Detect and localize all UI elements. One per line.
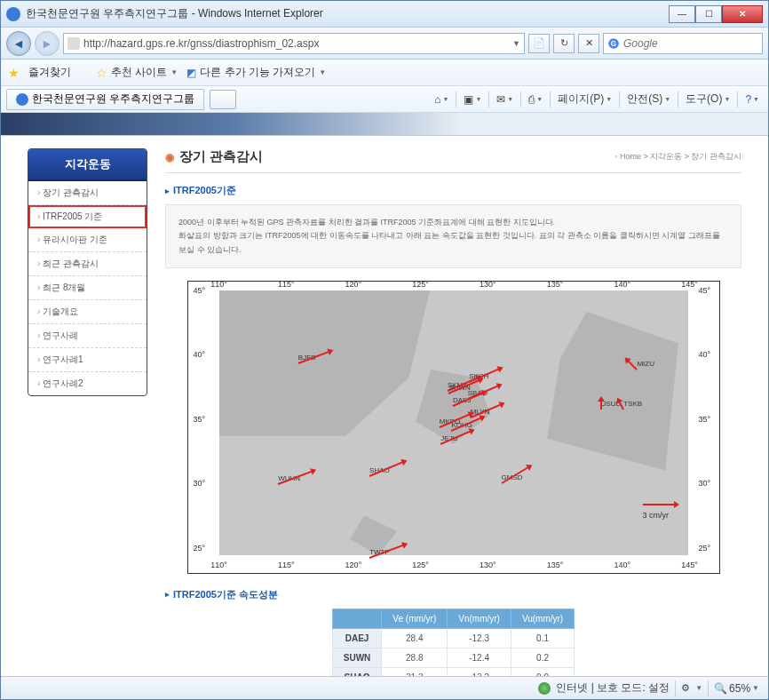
- table-header-cell: Vn(mm/yr): [448, 609, 511, 628]
- sidebar-item[interactable]: 연구사례: [28, 324, 147, 348]
- station-label: MIZU: [637, 360, 654, 368]
- url-input[interactable]: [83, 37, 509, 50]
- lat-tick: 35°: [699, 415, 711, 424]
- lon-tick: 110°: [210, 280, 227, 289]
- lat-tick: 30°: [699, 479, 711, 488]
- page-favicon: [67, 37, 80, 50]
- lon-tick: 135°: [547, 561, 564, 569]
- sidebar-item[interactable]: 연구사례2: [28, 372, 147, 395]
- sidebar-item[interactable]: 최근 8개월: [28, 276, 147, 300]
- status-bar: 인터넷 | 보호 모드: 설정 ⚙ ▼ 🔍 65% ▼: [1, 676, 768, 699]
- breadcrumb: ◦ Home > 지각운동 > 장기 관측감시: [614, 151, 741, 163]
- lon-tick: 130°: [480, 561, 496, 569]
- mail-icon: ✉: [496, 93, 505, 106]
- station-label: TSKB: [623, 400, 642, 408]
- minimize-button[interactable]: [669, 5, 695, 23]
- velocity-map: BJFSSKMASKCHSBAOSUWNDAEJMLYNUSUDTSKBMIZU…: [187, 281, 720, 574]
- info-line: 2000년 이후부터 누적된 GPS 관측자료를 처리한 결과를 ITRF200…: [178, 216, 728, 229]
- info-box: 2000년 이후부터 누적된 GPS 관측자료를 처리한 결과를 ITRF200…: [165, 204, 741, 268]
- table-header-row: Ve (mm/yr)Vn(mm/yr)Vu(mm/yr): [332, 609, 574, 628]
- tools-menu[interactable]: 도구(O)▼: [682, 90, 733, 108]
- lon-tick: 145°: [681, 561, 698, 569]
- favorites-label[interactable]: 즐겨찾기: [28, 65, 71, 80]
- command-bar: ⌂▼ ▣▼ ✉▼ ⎙▼ 페이지(P)▼ 안전(S)▼ 도구(O)▼ ?▼: [431, 90, 763, 108]
- tab-active[interactable]: 한국천문연구원 우주측지연구그룹: [6, 89, 204, 110]
- table-cell: -13.2: [448, 667, 511, 676]
- table-cell: 31.3: [382, 667, 448, 676]
- table-header-cell: Vu(mm/yr): [511, 609, 574, 628]
- lon-tick: 145°: [681, 280, 698, 289]
- sidebar-header: 지각운동: [28, 149, 147, 181]
- page-scroll[interactable]: 지각운동 장기 관측감시ITRF2005 기준유라시아판 기준최근 관측감시최근…: [1, 113, 768, 676]
- mail-button[interactable]: ✉▼: [493, 91, 517, 107]
- tab-favicon: [16, 93, 28, 106]
- sidebar-nav: 지각운동 장기 관측감시ITRF2005 기준유라시아판 기준최근 관측감시최근…: [28, 148, 147, 396]
- lon-tick: 115°: [278, 280, 295, 289]
- table-header-cell: Ve (mm/yr): [382, 609, 448, 628]
- maximize-button[interactable]: [695, 5, 722, 23]
- lon-tick: 125°: [412, 561, 429, 569]
- site-banner: [1, 113, 768, 136]
- lon-tick: 110°: [210, 561, 227, 569]
- stop-button[interactable]: ✕: [578, 34, 599, 53]
- lon-tick: 120°: [345, 280, 362, 289]
- zoom-level: 65%: [729, 682, 750, 695]
- lat-tick: 40°: [194, 350, 206, 359]
- zoom-control[interactable]: 🔍 65% ▼: [714, 682, 759, 695]
- lat-tick: 35°: [194, 415, 206, 424]
- table-cell: 28.8: [382, 648, 448, 667]
- table-cell: -12.4: [448, 648, 511, 667]
- address-bar[interactable]: ▼: [63, 33, 525, 54]
- lon-tick: 135°: [547, 280, 564, 289]
- search-bar[interactable]: G: [603, 33, 763, 54]
- table-row[interactable]: SUWN28.8-12.40.2: [332, 648, 574, 667]
- protected-mode-icon[interactable]: ⚙: [681, 682, 690, 694]
- page-menu[interactable]: 페이지(P)▼: [554, 90, 615, 108]
- info-line: 화살표의 방향과 크기는 ITRF2005에 대한 이동속도를 나타내고 아래 …: [178, 229, 728, 257]
- lat-tick: 25°: [194, 544, 206, 553]
- sidebar-item[interactable]: 장기 관측감시: [28, 181, 147, 205]
- table-row[interactable]: DAEJ28.4-12.30.1: [332, 628, 574, 648]
- table-cell: 0.2: [511, 648, 574, 667]
- sidebar-item[interactable]: 유라시아판 기준: [28, 228, 147, 252]
- map-scale: 3 cm/yr: [643, 498, 675, 520]
- table-row[interactable]: SHAO31.3-13.20.0: [332, 667, 574, 676]
- new-tab-button[interactable]: [210, 90, 236, 109]
- back-button[interactable]: ◄: [6, 31, 31, 56]
- lat-tick: 45°: [194, 286, 206, 295]
- compat-view-button[interactable]: 📄: [528, 34, 550, 53]
- lon-tick: 130°: [480, 280, 496, 289]
- globe-icon: [538, 682, 551, 695]
- home-button[interactable]: ⌂▼: [431, 91, 452, 107]
- favorites-star-icon[interactable]: ★: [8, 66, 20, 80]
- search-input[interactable]: [623, 37, 758, 50]
- home-icon: ⌂: [434, 93, 440, 106]
- favorites-bar: ★ 즐겨찾기 ☆ 추천 사이트 ▼ ◩ 다른 추가 기능 가져오기 ▼: [1, 60, 768, 86]
- table-header-cell: [332, 609, 382, 628]
- print-button[interactable]: ⎙▼: [525, 91, 546, 107]
- forward-button[interactable]: ►: [35, 31, 59, 56]
- sidebar-item[interactable]: 최근 관측감시: [28, 252, 147, 276]
- recommended-sites-link[interactable]: ☆ 추천 사이트 ▼: [96, 65, 178, 80]
- table-cell: 0.1: [511, 628, 574, 648]
- safety-menu[interactable]: 안전(S)▼: [623, 90, 674, 108]
- refresh-button[interactable]: ↻: [553, 34, 575, 53]
- dropdown-icon[interactable]: ▼: [512, 39, 520, 48]
- lon-tick: 125°: [412, 280, 429, 289]
- feeds-button[interactable]: ▣▼: [460, 91, 485, 107]
- sidebar-item[interactable]: 연구사례1: [28, 348, 147, 372]
- get-addons-link[interactable]: ◩ 다른 추가 기능 가져오기 ▼: [186, 65, 326, 80]
- sidebar-item[interactable]: 기술개요: [28, 300, 147, 324]
- addon-icon: ◩: [186, 67, 196, 79]
- table-cell: -12.3: [448, 628, 511, 648]
- lon-tick: 120°: [345, 561, 362, 569]
- section-heading-2: ITRF2005기준 속도성분: [165, 588, 741, 601]
- sidebar-item[interactable]: ITRF2005 기준: [28, 205, 147, 228]
- lon-tick: 115°: [278, 561, 295, 569]
- table-cell: 0.0: [511, 667, 574, 676]
- tab-label: 한국천문연구원 우주측지연구그룹: [32, 91, 194, 107]
- help-button[interactable]: ?▼: [741, 91, 763, 107]
- close-button[interactable]: [722, 5, 763, 23]
- lat-tick: 25°: [699, 544, 711, 553]
- table-cell: DAEJ: [332, 628, 382, 648]
